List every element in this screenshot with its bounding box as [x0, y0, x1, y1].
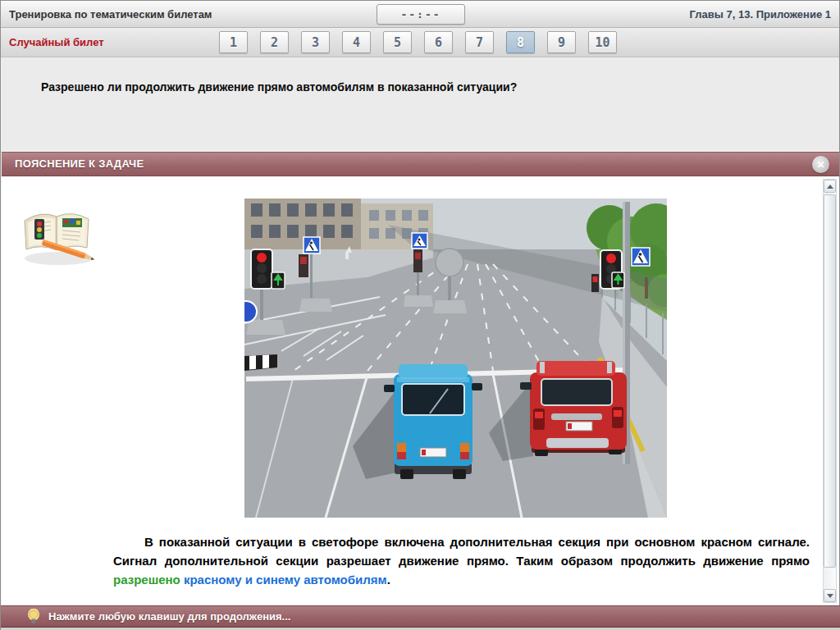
question-number-buttons: 1 2 3 4 5 6 7 8 9 10	[219, 31, 617, 53]
explanation-text-blue: красному и синему автомобилям	[184, 573, 387, 587]
question-button-4[interactable]: 4	[342, 31, 371, 53]
scrollbar-thumb[interactable]	[824, 194, 836, 568]
question-button-2[interactable]: 2	[260, 31, 289, 53]
explanation-text: В показанной ситуации в светофоре включе…	[113, 532, 810, 589]
red-signal-left	[257, 253, 267, 262]
title-bar: Тренировка по тематическим билетам --:--…	[1, 1, 839, 28]
question-button-9[interactable]: 9	[547, 31, 576, 53]
question-button-7[interactable]: 7	[465, 31, 494, 53]
question-button-3[interactable]: 3	[301, 31, 330, 53]
question-button-8[interactable]: 8	[506, 31, 535, 53]
vertical-scrollbar[interactable]	[823, 179, 837, 603]
scroll-down-icon	[827, 594, 833, 598]
question-scene-image	[244, 199, 667, 518]
app-title: Тренировка по тематическим билетам	[9, 1, 212, 28]
question-button-5[interactable]: 5	[383, 31, 412, 53]
red-signal-right	[606, 253, 616, 263]
scroll-up-button[interactable]	[824, 180, 836, 193]
random-ticket-label: Случайный билет	[9, 28, 104, 57]
close-x-glyph: ✕	[816, 159, 824, 171]
lightbulb-icon	[27, 609, 40, 626]
ticket-bar: Случайный билет 1 2 3 4 5 6 7 8 9 10	[1, 28, 839, 57]
explanation-text-green: разрешено	[113, 573, 180, 587]
book-with-pencil-icon	[16, 203, 98, 268]
scene-building	[244, 199, 433, 251]
question-button-1[interactable]: 1	[219, 31, 248, 53]
chapters-label: Главы 7, 13. Приложение 1	[690, 1, 831, 28]
scroll-down-button[interactable]	[824, 589, 836, 602]
explanation-title: ПОЯСНЕНИЕ К ЗАДАЧЕ	[15, 153, 144, 176]
question-button-10[interactable]: 10	[588, 31, 617, 53]
app-window: Тренировка по тематическим билетам --:--…	[0, 0, 840, 630]
timer-value: --:--	[400, 8, 441, 21]
question-text: Разрешено ли продолжить движение прямо а…	[2, 58, 839, 94]
explanation-text-main: В показанной ситуации в светофоре включе…	[113, 535, 810, 568]
close-icon[interactable]: ✕	[812, 156, 829, 173]
scroll-up-icon	[827, 185, 833, 189]
question-button-6[interactable]: 6	[424, 31, 453, 53]
status-message: Нажмите любую клавишу для продолжения...	[48, 606, 290, 628]
explanation-header: ПОЯСНЕНИЕ К ЗАДАЧЕ ✕	[2, 152, 839, 176]
question-area: Разрешено ли продолжить движение прямо а…	[2, 58, 839, 150]
timer-display: --:--	[377, 4, 465, 25]
explanation-panel: В показанной ситуации в светофоре включе…	[2, 176, 839, 605]
blue-car	[384, 364, 482, 479]
status-bar: Нажмите любую клавишу для продолжения...	[1, 605, 840, 628]
red-car	[520, 361, 627, 456]
